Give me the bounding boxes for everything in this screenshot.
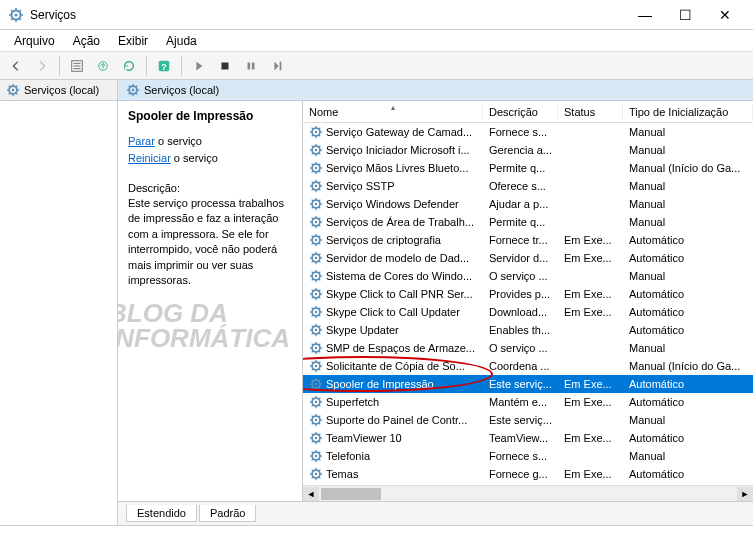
col-descricao[interactable]: Descrição: [483, 104, 558, 120]
scroll-thumb[interactable]: [321, 488, 381, 500]
table-row[interactable]: Telefonia Fornece s... Manual: [303, 447, 753, 465]
menu-view[interactable]: Exibir: [110, 32, 156, 50]
cell-descricao: Enables th...: [483, 324, 558, 336]
col-status[interactable]: Status: [558, 104, 623, 120]
scroll-right-icon[interactable]: ►: [737, 487, 753, 501]
service-icon: [309, 377, 323, 391]
cell-descricao: Gerencia a...: [483, 144, 558, 156]
cell-tipo: Manual (Início do Ga...: [623, 360, 753, 372]
table-row[interactable]: Serviços de criptografia Fornece tr... E…: [303, 231, 753, 249]
menu-bar: Arquivo Ação Exibir Ajuda: [0, 30, 753, 52]
service-icon: [309, 431, 323, 445]
horizontal-scrollbar[interactable]: ◄ ►: [303, 485, 753, 501]
table-row[interactable]: Serviço Mãos Livres Blueto... Permite q.…: [303, 159, 753, 177]
export-button[interactable]: [91, 54, 115, 78]
cell-nome: SMP de Espaços de Armaze...: [326, 342, 475, 354]
table-row[interactable]: SMP de Espaços de Armaze... O serviço ..…: [303, 339, 753, 357]
cell-descricao: Mantém e...: [483, 396, 558, 408]
col-nome[interactable]: Nome▴: [303, 104, 483, 120]
table-row[interactable]: Skype Click to Call Updater Download... …: [303, 303, 753, 321]
cell-tipo: Manual: [623, 270, 753, 282]
cell-descricao: O serviço ...: [483, 342, 558, 354]
services-icon: [126, 83, 140, 97]
tab-extended[interactable]: Estendido: [126, 505, 197, 522]
service-icon: [309, 395, 323, 409]
cell-status: Em Exe...: [558, 468, 623, 480]
nav-item-services-local[interactable]: Serviços (local): [0, 80, 117, 101]
status-bar: [0, 525, 753, 545]
cell-nome: Skype Updater: [326, 324, 399, 336]
cell-tipo: Automático: [623, 306, 753, 318]
stop-link[interactable]: Parar: [128, 135, 155, 147]
table-row[interactable]: Temas Fornece g... Em Exe... Automático: [303, 465, 753, 483]
table-row[interactable]: TeamViewer 10 TeamView... Em Exe... Auto…: [303, 429, 753, 447]
restart-link[interactable]: Reiniciar: [128, 152, 171, 164]
help-button[interactable]: ?: [152, 54, 176, 78]
cell-descricao: Provides p...: [483, 288, 558, 300]
table-row[interactable]: Servidor de modelo de Dad... Servidor d.…: [303, 249, 753, 267]
cell-status: Em Exe...: [558, 306, 623, 318]
services-icon: [6, 83, 20, 97]
tab-standard[interactable]: Padrão: [199, 505, 256, 522]
description-panel: Spooler de Impressão Parar o serviço Rei…: [118, 101, 303, 501]
svg-rect-20: [280, 61, 282, 70]
service-icon: [309, 197, 323, 211]
minimize-button[interactable]: —: [625, 1, 665, 29]
cell-tipo: Manual: [623, 342, 753, 354]
table-row[interactable]: Suporte do Painel de Contr... Este servi…: [303, 411, 753, 429]
table-row[interactable]: Sistema de Cores do Windo... O serviço .…: [303, 267, 753, 285]
table-row[interactable]: Spooler de Impressão Este serviç... Em E…: [303, 375, 753, 393]
back-button[interactable]: [4, 54, 28, 78]
play-button[interactable]: [187, 54, 211, 78]
pause-button[interactable]: [239, 54, 263, 78]
table-row[interactable]: Serviços de Área de Trabalh... Permite q…: [303, 213, 753, 231]
table-row[interactable]: Skype Updater Enables th... Automático: [303, 321, 753, 339]
nav-tree: Serviços (local): [0, 80, 118, 525]
cell-descricao: Fornece s...: [483, 126, 558, 138]
menu-file[interactable]: Arquivo: [6, 32, 63, 50]
window-title: Serviços: [30, 8, 625, 22]
menu-help[interactable]: Ajuda: [158, 32, 205, 50]
cell-descricao: Permite q...: [483, 216, 558, 228]
table-row[interactable]: Superfetch Mantém e... Em Exe... Automát…: [303, 393, 753, 411]
refresh-button[interactable]: [117, 54, 141, 78]
cell-descricao: Permite q...: [483, 162, 558, 174]
forward-button[interactable]: [30, 54, 54, 78]
close-button[interactable]: ✕: [705, 1, 745, 29]
col-tipo[interactable]: Tipo de Inicialização: [623, 104, 753, 120]
cell-nome: Sistema de Cores do Windo...: [326, 270, 472, 282]
cell-nome: Servidor de modelo de Dad...: [326, 252, 469, 264]
scroll-left-icon[interactable]: ◄: [303, 487, 319, 501]
cell-status: Em Exe...: [558, 396, 623, 408]
props-button[interactable]: [65, 54, 89, 78]
cell-nome: Spooler de Impressão: [326, 378, 434, 390]
table-row[interactable]: Serviço Windows Defender Ajudar a p... M…: [303, 195, 753, 213]
stop-button[interactable]: [213, 54, 237, 78]
table-row[interactable]: Solicitante de Cópia de So... Coordena .…: [303, 357, 753, 375]
service-icon: [309, 359, 323, 373]
service-icon: [309, 341, 323, 355]
table-row[interactable]: Skype Click to Call PNR Ser... Provides …: [303, 285, 753, 303]
cell-tipo: Manual: [623, 216, 753, 228]
table-row[interactable]: Serviço Iniciador Microsoft i... Gerenci…: [303, 141, 753, 159]
service-icon: [309, 125, 323, 139]
cell-tipo: Automático: [623, 324, 753, 336]
cell-status: Em Exe...: [558, 252, 623, 264]
service-icon: [309, 449, 323, 463]
table-row[interactable]: Serviço Gateway de Camad... Fornece s...…: [303, 123, 753, 141]
cell-tipo: Automático: [623, 234, 753, 246]
cell-descricao: Fornece tr...: [483, 234, 558, 246]
table-row[interactable]: Serviço SSTP Oferece s... Manual: [303, 177, 753, 195]
restart-button[interactable]: [265, 54, 289, 78]
cell-descricao: Coordena ...: [483, 360, 558, 372]
cell-nome: Telefonia: [326, 450, 370, 462]
cell-status: Em Exe...: [558, 378, 623, 390]
cell-descricao: Oferece s...: [483, 180, 558, 192]
cell-nome: TeamViewer 10: [326, 432, 402, 444]
maximize-button[interactable]: ☐: [665, 1, 705, 29]
cell-nome: Serviço Mãos Livres Blueto...: [326, 162, 468, 174]
service-icon: [309, 269, 323, 283]
description-label: Descrição:: [128, 182, 292, 194]
sort-indicator-icon: ▴: [391, 104, 395, 112]
menu-action[interactable]: Ação: [65, 32, 108, 50]
